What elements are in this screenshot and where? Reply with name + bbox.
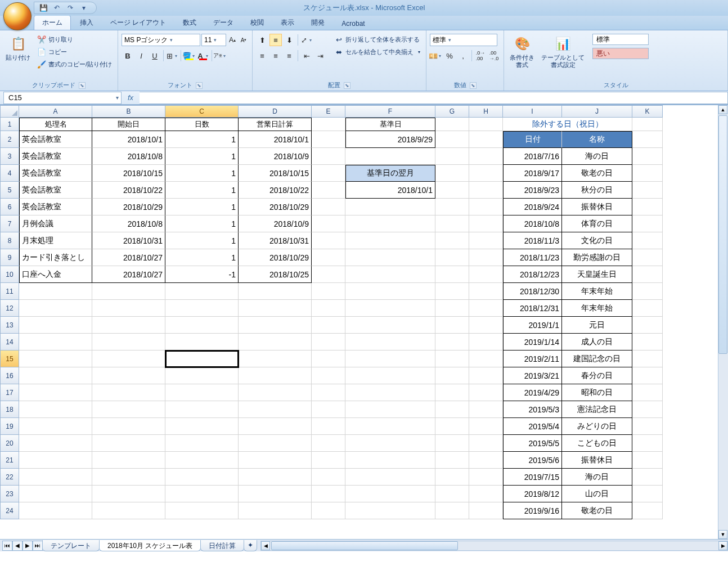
- cell-F2[interactable]: 2018/9/29: [345, 131, 435, 148]
- cell-B23[interactable]: [92, 486, 165, 502]
- row-header-7[interactable]: 7: [0, 215, 19, 232]
- cell-J13[interactable]: 元日: [562, 317, 632, 334]
- scroll-down-icon[interactable]: ▼: [718, 530, 727, 539]
- cell-F7[interactable]: [345, 215, 435, 232]
- row-header-2[interactable]: 2: [0, 131, 19, 148]
- cell-E11[interactable]: [312, 283, 345, 300]
- row-header-19[interactable]: 19: [0, 418, 19, 435]
- merge-center-button[interactable]: ⬌セルを結合して中央揃え▾: [332, 46, 423, 57]
- cell-E20[interactable]: [312, 435, 345, 452]
- cell-K20[interactable]: [632, 435, 663, 452]
- cell-C3[interactable]: 1: [165, 148, 239, 165]
- cell-J21[interactable]: 振替休日: [562, 452, 632, 469]
- cell-H15[interactable]: [469, 351, 503, 367]
- cell-A14[interactable]: [19, 334, 92, 351]
- cell-A19[interactable]: [19, 418, 92, 435]
- cell-I7[interactable]: 2018/10/8: [503, 215, 562, 232]
- cell-A18[interactable]: [19, 401, 92, 418]
- cell-B16[interactable]: [92, 367, 165, 384]
- row-header-23[interactable]: 23: [0, 486, 19, 502]
- cell-F10[interactable]: [345, 266, 435, 283]
- bold-button[interactable]: B: [122, 50, 134, 62]
- tab-view[interactable]: 表示: [273, 16, 302, 30]
- cell-D19[interactable]: [239, 418, 312, 435]
- cell-A3[interactable]: 英会話教室: [19, 148, 92, 165]
- cell-I4[interactable]: 2018/9/17: [503, 165, 562, 182]
- cell-B21[interactable]: [92, 452, 165, 469]
- align-middle-icon[interactable]: ≡: [269, 34, 282, 46]
- cell-B14[interactable]: [92, 334, 165, 351]
- cell-C13[interactable]: [165, 317, 239, 334]
- cell-G6[interactable]: [435, 199, 469, 215]
- cell-K11[interactable]: [632, 283, 663, 300]
- cell-D20[interactable]: [239, 435, 312, 452]
- cell-J5[interactable]: 秋分の日: [562, 182, 632, 199]
- cell-I2[interactable]: 日付: [503, 131, 562, 148]
- cell-H6[interactable]: [469, 199, 503, 215]
- cell-I14[interactable]: 2019/1/14: [503, 334, 562, 351]
- row-header-18[interactable]: 18: [0, 401, 19, 418]
- cell-J12[interactable]: 年末年始: [562, 300, 632, 317]
- cell-A17[interactable]: [19, 384, 92, 401]
- cell-E2[interactable]: [312, 131, 345, 148]
- cell-I9[interactable]: 2018/11/23: [503, 249, 562, 266]
- vertical-scrollbar[interactable]: ▲ ▼: [718, 105, 728, 539]
- col-header-J[interactable]: J: [562, 105, 632, 118]
- col-header-I[interactable]: I: [503, 105, 562, 118]
- cell-G9[interactable]: [435, 249, 469, 266]
- cell-D18[interactable]: [239, 401, 312, 418]
- underline-button[interactable]: U: [149, 50, 161, 62]
- cell-G11[interactable]: [435, 283, 469, 300]
- cell-A2[interactable]: 英会話教室: [19, 131, 92, 148]
- cell-I10[interactable]: 2018/12/23: [503, 266, 562, 283]
- cell-K18[interactable]: [632, 401, 663, 418]
- cell-B20[interactable]: [92, 435, 165, 452]
- cell-H19[interactable]: [469, 418, 503, 435]
- cell-C20[interactable]: [165, 435, 239, 452]
- cell-G4[interactable]: [435, 165, 469, 182]
- cell-A1[interactable]: 処理名: [19, 118, 92, 131]
- cell-K4[interactable]: [632, 165, 663, 182]
- cell-C5[interactable]: 1: [165, 182, 239, 199]
- cell-B6[interactable]: 2018/10/29: [92, 199, 165, 215]
- cell-D13[interactable]: [239, 317, 312, 334]
- row-header-21[interactable]: 21: [0, 452, 19, 469]
- cell-G3[interactable]: [435, 148, 469, 165]
- row-header-10[interactable]: 10: [0, 266, 19, 283]
- cell-C19[interactable]: [165, 418, 239, 435]
- cell-J24[interactable]: 敬老の日: [562, 502, 632, 519]
- cell-J19[interactable]: みどりの日: [562, 418, 632, 435]
- cell-A7[interactable]: 月例会議: [19, 215, 92, 232]
- cell-E4[interactable]: [312, 165, 345, 182]
- new-sheet-button[interactable]: ✦: [244, 540, 257, 551]
- cell-H4[interactable]: [469, 165, 503, 182]
- cell-F5[interactable]: 2018/10/1: [345, 182, 435, 199]
- increase-indent-icon[interactable]: ⇥: [314, 50, 326, 62]
- cell-C7[interactable]: 1: [165, 215, 239, 232]
- row-header-16[interactable]: 16: [0, 367, 19, 384]
- cell-D6[interactable]: 2018/10/29: [239, 199, 312, 215]
- row-header-8[interactable]: 8: [0, 232, 19, 249]
- cell-C21[interactable]: [165, 452, 239, 469]
- cell-I18[interactable]: 2019/5/3: [503, 401, 562, 418]
- cell-E23[interactable]: [312, 486, 345, 502]
- cell-E12[interactable]: [312, 300, 345, 317]
- cell-B3[interactable]: 2018/10/8: [92, 148, 165, 165]
- cell-E18[interactable]: [312, 401, 345, 418]
- cell-A10[interactable]: 口座へ入金: [19, 266, 92, 283]
- cell-C8[interactable]: 1: [165, 232, 239, 249]
- cell-G16[interactable]: [435, 367, 469, 384]
- cell-B19[interactable]: [92, 418, 165, 435]
- cell-H2[interactable]: [469, 131, 503, 148]
- row-header-24[interactable]: 24: [0, 502, 19, 519]
- cell-C24[interactable]: [165, 502, 239, 519]
- cell-K1[interactable]: [632, 118, 663, 131]
- row-header-1[interactable]: 1: [0, 118, 19, 131]
- cell-H24[interactable]: [469, 502, 503, 519]
- cell-J9[interactable]: 勤労感謝の日: [562, 249, 632, 266]
- cell-C6[interactable]: 1: [165, 199, 239, 215]
- cell-H1[interactable]: [469, 118, 503, 131]
- sheet-tab-1[interactable]: 2018年10月 スケジュール表: [99, 540, 201, 551]
- col-header-D[interactable]: D: [239, 105, 312, 118]
- comma-icon[interactable]: ,: [457, 50, 469, 62]
